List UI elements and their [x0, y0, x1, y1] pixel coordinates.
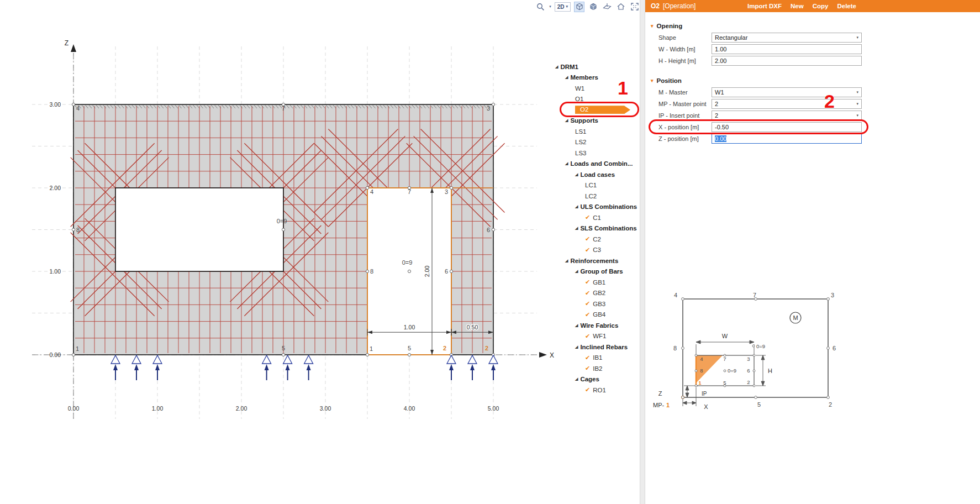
view-2d-chevron-icon[interactable]: ▾: [566, 4, 568, 9]
tree-item-wire-fabrics[interactable]: ◢Wire Fabrics: [550, 320, 640, 331]
tree-item-ib1[interactable]: ✔IB1: [550, 353, 640, 364]
drawing-canvas[interactable]: 1.000.502.00473861520=9473861520=90.001.…: [0, 0, 641, 504]
action-new-button[interactable]: New: [791, 3, 804, 9]
tree-item-label: LC1: [585, 182, 597, 188]
section-header-opening[interactable]: ▾Opening: [645, 20, 980, 32]
svg-text:1: 1: [76, 345, 79, 352]
panel-divider[interactable]: [640, 0, 645, 504]
checkbox-checked-icon[interactable]: ✔: [585, 365, 590, 372]
svg-text:3: 3: [487, 105, 490, 112]
property-label: IP - Insert point: [658, 112, 699, 119]
tree-item-gb3[interactable]: ✔GB3: [550, 298, 640, 309]
tree-item-ib2[interactable]: ✔IB2: [550, 363, 640, 374]
tree-item-drm1[interactable]: ◢DRM1: [550, 61, 640, 72]
section-collapse-icon[interactable]: ▾: [651, 78, 654, 83]
svg-text:6: 6: [747, 368, 750, 374]
tree-item-c1[interactable]: ✔C1: [550, 212, 640, 223]
clip-plane-icon[interactable]: [602, 2, 612, 12]
section-title: Opening: [657, 23, 683, 29]
tree-item-lc1[interactable]: LC1: [550, 180, 640, 191]
tree-expander-icon[interactable]: ◢: [575, 204, 578, 209]
tree-item-c3[interactable]: ✔C3: [550, 245, 640, 256]
tree-expander-icon[interactable]: ◢: [565, 161, 568, 166]
tree-item-load-cases[interactable]: ◢Load cases: [550, 169, 640, 180]
tree-expander-icon[interactable]: ◢: [565, 118, 568, 123]
master-point-prefix: MP-: [653, 402, 665, 408]
checkbox-checked-icon[interactable]: ✔: [585, 354, 590, 361]
checkbox-checked-icon[interactable]: ✔: [585, 279, 590, 286]
checkbox-checked-icon[interactable]: ✔: [585, 246, 590, 254]
tree-expander-icon[interactable]: ◢: [575, 323, 578, 328]
tree-item-wf1[interactable]: ✔WF1: [550, 331, 640, 342]
checkbox-checked-icon[interactable]: ✔: [585, 311, 590, 318]
svg-text:4: 4: [674, 292, 677, 298]
tree-item-lc2[interactable]: LC2: [550, 191, 640, 202]
home-view-icon[interactable]: [615, 2, 626, 12]
zoom-menu-chevron-icon[interactable]: ▾: [549, 4, 551, 9]
tree-item-sls-combinations[interactable]: ◢SLS Combinations: [550, 223, 640, 234]
checkbox-checked-icon[interactable]: ✔: [585, 235, 590, 243]
tree-expander-icon[interactable]: ◢: [575, 377, 578, 381]
solid-view-icon[interactable]: [588, 2, 598, 12]
checkbox-checked-icon[interactable]: ✔: [585, 214, 590, 221]
action-copy-button[interactable]: Copy: [813, 3, 829, 9]
tree-expander-icon[interactable]: ◢: [565, 75, 568, 80]
w-width-m-input[interactable]: 1.00: [712, 44, 862, 54]
mp-master-point-select[interactable]: 2▾: [712, 99, 862, 109]
tree-item-reinforcements[interactable]: ◢Reinforcements: [550, 255, 640, 266]
tree-expander-icon[interactable]: ◢: [575, 269, 578, 274]
dropdown-chevron-icon[interactable]: ▾: [856, 90, 858, 95]
tree-item-cages[interactable]: ◢Cages: [550, 374, 640, 385]
tree-expander-icon[interactable]: ◢: [575, 226, 578, 230]
tree-item-label: Cages: [580, 376, 599, 382]
tree-item-c2[interactable]: ✔C2: [550, 234, 640, 245]
tree-item-gb4[interactable]: ✔GB4: [550, 309, 640, 321]
fit-screen-icon[interactable]: [629, 2, 640, 12]
window-opening-o1[interactable]: [115, 188, 283, 271]
section-collapse-icon[interactable]: ▾: [651, 23, 654, 29]
property-label: MP - Master point: [658, 101, 707, 107]
dropdown-chevron-icon[interactable]: ▾: [856, 113, 858, 118]
tree-item-inclined-rebars[interactable]: ◢Inclined Rebars: [550, 342, 640, 353]
tree-item-label: Loads and Combin...: [570, 160, 633, 167]
dropdown-chevron-icon[interactable]: ▾: [856, 102, 858, 106]
checkbox-checked-icon[interactable]: ✔: [585, 333, 590, 340]
view-2d-button[interactable]: 2D ▾: [555, 2, 571, 12]
checkbox-checked-icon[interactable]: ✔: [585, 290, 590, 297]
tree-expander-icon[interactable]: ◢: [575, 345, 578, 349]
tree-item-label: LS2: [575, 139, 586, 145]
svg-text:7: 7: [282, 105, 285, 112]
action-import-dxf-button[interactable]: Import DXF: [747, 3, 782, 9]
property-row-mp-master-point: MP - Master point2▾: [645, 98, 980, 110]
svg-text:Z: Z: [65, 39, 69, 47]
checkbox-checked-icon[interactable]: ✔: [585, 300, 590, 307]
section-header-position[interactable]: ▾Position: [645, 75, 980, 87]
tree-item-ls2[interactable]: LS2: [550, 137, 640, 148]
axonometry-view-icon[interactable]: [574, 2, 584, 12]
action-delete-button[interactable]: Delete: [837, 3, 856, 9]
checkbox-checked-icon[interactable]: ✔: [585, 386, 590, 393]
tree-item-gb1[interactable]: ✔GB1: [550, 277, 640, 288]
line-supports[interactable]: [111, 355, 498, 380]
header-actions: Import DXFNewCopyDelete: [747, 3, 856, 9]
tree-item-ls3[interactable]: LS3: [550, 148, 640, 159]
tree-item-label: C3: [593, 246, 601, 253]
tree-item-group-of-bars[interactable]: ◢Group of Bars: [550, 266, 640, 277]
master-point-number: 1: [666, 402, 670, 408]
tree-item-gb2[interactable]: ✔GB2: [550, 288, 640, 299]
zoom-icon[interactable]: [535, 2, 546, 12]
m-master-select[interactable]: W1▾: [712, 87, 862, 97]
tree-item-ro1[interactable]: ✔RO1: [550, 385, 640, 396]
dropdown-chevron-icon[interactable]: ▾: [856, 35, 858, 40]
tree-item-loads-and-combin[interactable]: ◢Loads and Combin...: [550, 159, 640, 170]
tree-item-label: C2: [593, 236, 601, 243]
h-height-m-input[interactable]: 2.00: [712, 56, 862, 66]
tree-item-uls-combinations[interactable]: ◢ULS Combinations: [550, 202, 640, 213]
svg-text:0=9: 0=9: [756, 343, 765, 349]
shape-select[interactable]: Rectangular▾: [712, 33, 862, 43]
tree-expander-icon[interactable]: ◢: [575, 172, 578, 177]
tree-item-ls1[interactable]: LS1: [550, 126, 640, 137]
tree-expander-icon[interactable]: ◢: [555, 65, 558, 69]
z-position-m-input[interactable]: 0.00: [712, 134, 862, 144]
tree-expander-icon[interactable]: ◢: [565, 259, 568, 263]
